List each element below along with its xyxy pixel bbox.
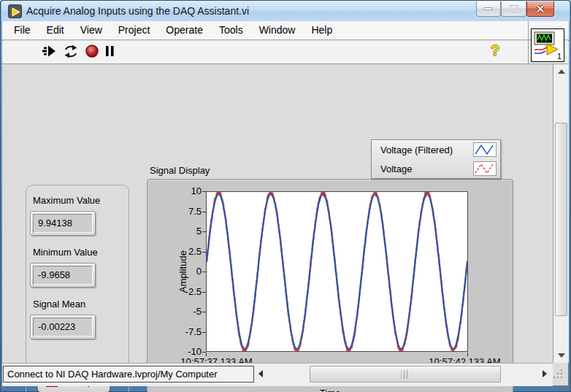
- front-panel: Maximum Value 9.94138 Minimum Value -9.9…: [2, 64, 553, 363]
- vi-icon-badge: 1: [557, 52, 562, 61]
- y-tick-mark: [202, 212, 206, 212]
- signal-mean-indicator: -0.00223: [30, 315, 96, 339]
- legend-item-voltage[interactable]: Voltage: [372, 159, 500, 178]
- menu-item-edit[interactable]: Edit: [39, 21, 72, 39]
- series-voltage-filtered: [207, 194, 467, 349]
- labview-app-icon: [8, 4, 22, 18]
- scroll-left-icon[interactable]: [258, 370, 263, 377]
- labview-window: Acquire Analog Inputs using the DAQ Assi…: [0, 0, 571, 392]
- legend-line-glyph[interactable]: [473, 161, 497, 176]
- maximize-button[interactable]: [501, 1, 526, 17]
- toolbar-divider: [528, 21, 529, 64]
- plot-area: [206, 191, 468, 352]
- series-voltage: [207, 192, 467, 351]
- y-tick-mark: [202, 191, 206, 192]
- menu-item-window[interactable]: Window: [251, 21, 304, 39]
- plot-legend: Voltage (Filtered)Voltage: [371, 139, 501, 179]
- minimum-value-indicator: -9.9658: [30, 263, 96, 288]
- scroll-down-icon[interactable]: [558, 353, 565, 358]
- vertical-scrollbar[interactable]: [553, 64, 569, 363]
- waveform-chart: 107.552.50-2.5-5-7.5-10 Amplitude 10:57:…: [147, 179, 513, 392]
- window-title: Acquire Analog Inputs using the DAQ Assi…: [26, 5, 249, 17]
- minimum-value: -9.9658: [33, 266, 93, 285]
- run-continuously-icon[interactable]: [63, 45, 79, 61]
- y-tick-mark: [202, 332, 206, 333]
- close-button[interactable]: [526, 1, 554, 17]
- maximum-value-label: Maximum Value: [33, 195, 100, 206]
- maximum-value: 9.94138: [33, 214, 93, 233]
- signal-mean-label: Signal Mean: [33, 299, 85, 310]
- menu-item-file[interactable]: File: [6, 21, 39, 39]
- legend-item-voltage-filtered[interactable]: Voltage (Filtered): [372, 140, 500, 159]
- pause-icon[interactable]: [105, 45, 115, 60]
- legend-label: Voltage (Filtered): [380, 145, 473, 155]
- y-axis-label: Amplitude: [177, 199, 189, 345]
- run-icon[interactable]: [42, 45, 57, 61]
- menu-item-project[interactable]: Project: [110, 21, 158, 39]
- y-tick-mark: [202, 231, 206, 232]
- toolbar: [2, 41, 569, 64]
- signal-mean-value: -0.00223: [33, 318, 93, 337]
- menu-item-view[interactable]: View: [72, 21, 110, 39]
- y-tick-label: 10: [168, 185, 202, 196]
- y-tick-mark: [202, 292, 206, 293]
- waveform-svg: [207, 192, 467, 351]
- horizontal-scrollbar-thumb[interactable]: [310, 366, 501, 383]
- menu-item-help[interactable]: Help: [303, 21, 340, 39]
- title-bar[interactable]: Acquire Analog Inputs using the DAQ Assi…: [1, 1, 570, 21]
- y-tick-mark: [202, 272, 206, 272]
- thumb-grip: [402, 370, 410, 379]
- scroll-right-icon[interactable]: [543, 370, 547, 377]
- minimum-value-label: Minimum Value: [33, 247, 98, 258]
- y-tick-mark: [202, 252, 206, 253]
- legend-line-glyph[interactable]: [473, 142, 497, 157]
- legend-label: Voltage: [380, 164, 473, 174]
- menu-item-operate[interactable]: Operate: [158, 21, 211, 39]
- context-help-icon[interactable]: ?: [491, 42, 499, 59]
- chart-title: Signal Display: [150, 165, 210, 176]
- abort-icon[interactable]: [85, 44, 99, 61]
- y-tick-mark: [202, 312, 206, 312]
- maximum-value-indicator: 9.94138: [30, 211, 96, 236]
- menu-bar: FileEditViewProjectOperateToolsWindowHel…: [2, 21, 569, 40]
- project-path[interactable]: Connect to NI DAQ Hardware.lvproj/My Com…: [3, 366, 254, 383]
- minimize-button[interactable]: [476, 1, 501, 17]
- vertical-scrollbar-thumb[interactable]: [555, 123, 567, 316]
- menu-item-tools[interactable]: Tools: [211, 21, 251, 39]
- status-bar: Connect to NI DAQ Hardware.lvproj/My Com…: [2, 363, 553, 386]
- resize-grip[interactable]: [552, 366, 568, 385]
- scroll-up-icon[interactable]: [558, 69, 565, 74]
- x-axis-label: Time: [147, 388, 513, 392]
- vi-icon[interactable]: 1: [531, 28, 564, 62]
